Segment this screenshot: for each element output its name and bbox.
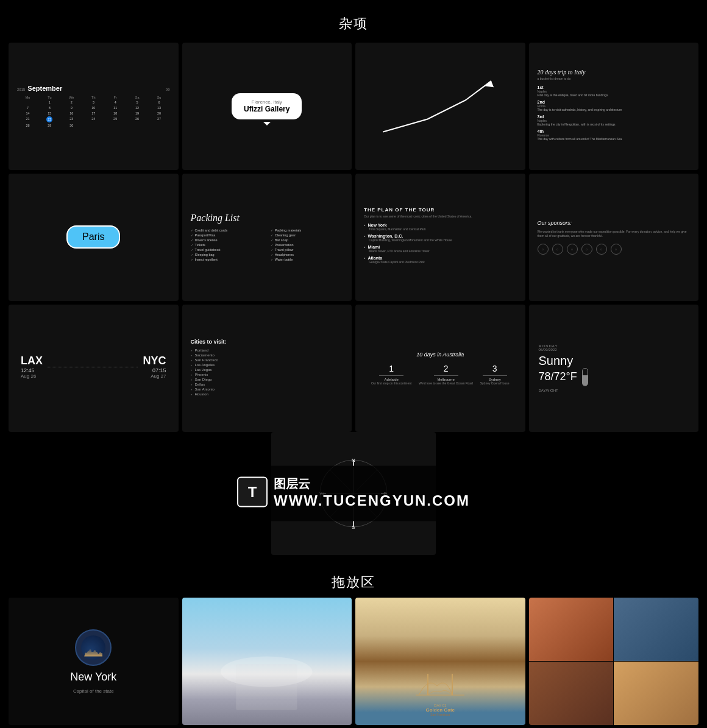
italy-title: 20 days trip to Italy	[538, 69, 586, 76]
packing-title: Packing List	[191, 213, 240, 224]
compass-card: N S E W T 图层云 WWW.TUCENGYUN.COM	[271, 432, 436, 556]
city-item: Sacramento	[191, 353, 218, 357]
paris-card: Paris	[9, 174, 179, 301]
weather-temp: 78/72°F	[539, 370, 577, 383]
snow-photo-card	[182, 598, 352, 725]
dropzone-section-title: 拖放区	[0, 561, 707, 598]
cities-list: Portland Sacramento San Francisco Los An…	[191, 348, 218, 397]
golden-gate-title: Golden Gate	[416, 707, 464, 713]
city-item: San Antonio	[191, 387, 218, 391]
italy-trip-card: 20 days trip to Italy a bucket-list drea…	[529, 43, 699, 170]
australia-card: 10 days in Australia 1 Adelaide Our firs…	[355, 305, 525, 432]
sponsor-logo-3: ○	[567, 244, 578, 255]
italy-stop-3: 3rd Naples Exploring the city in Neapoli…	[538, 115, 616, 126]
misc-grid: 2015 September 09 Mo Tu We Th Fr Sa Su 1…	[0, 43, 707, 438]
sponsor-logo-6: ○	[611, 244, 622, 255]
watermark-logo: T 图层云 WWW.TUCENGYUN.COM	[237, 475, 470, 509]
watermark-url: WWW.TUCENGYUN.COM	[274, 492, 470, 509]
golden-gate-card: DAY 01 Golden Gate San Francisco	[355, 598, 525, 725]
packing-list-card: Packing List Credit and debit cards Pack…	[182, 174, 352, 301]
sponsor-logo-1: ○	[538, 244, 549, 255]
thermometer-icon	[582, 368, 588, 386]
calendar-year: 2015	[17, 88, 25, 91]
golden-gate-svg	[416, 671, 464, 701]
tour-plan-card: THE PLAN OF THE TOUR Our plan is to see …	[355, 174, 525, 301]
sponsor-logo-5: ○	[596, 244, 607, 255]
newyork-cityline	[84, 648, 102, 657]
city-item: Phoenix	[191, 373, 218, 376]
flight-origin-code: LAX 12:45 Aug 26	[21, 355, 43, 379]
dropzone-grid: New York Capital of the state DAY 01 Gol…	[0, 598, 707, 728]
cities-title: Cities to visit:	[191, 339, 227, 345]
city-item: San Diego	[191, 378, 218, 381]
sponsors-logos: ○ ○ ○ ○ ○ ○	[538, 244, 622, 255]
city-item: Dallas	[191, 383, 218, 386]
misc-section-title: 杂项	[0, 0, 707, 43]
australia-days: 1 Adelaide Our first stop on this contin…	[364, 364, 517, 385]
weather-daynight: DAY/NIGHT	[539, 389, 558, 392]
australia-day-2: 2 Melbourne We'd love to see the Great O…	[419, 364, 472, 385]
calendar-grid: Mo Tu We Th Fr Sa Su 1 2 3 4 5 6 7 8 9 1…	[17, 96, 170, 128]
tour-stop-miami: Miami Miami Tower, FTX Arena and Fontain…	[364, 245, 430, 253]
newyork-circle	[75, 629, 112, 666]
golden-gate-subtitle: San Francisco	[416, 713, 464, 716]
city-item: Portland	[191, 348, 218, 352]
australia-day-3: 3 Sydney Sydney Opera House	[480, 364, 510, 385]
italy-stop-2: 2nd Roma The day is to visit cathedrals,…	[538, 100, 622, 111]
calendar-card: 2015 September 09 Mo Tu We Th Fr Sa Su 1…	[9, 43, 179, 170]
tour-stop-ny: New York Time Square, Manhattan and Cent…	[364, 223, 426, 231]
city-item: San Francisco	[191, 358, 218, 362]
australia-title: 10 days in Australia	[416, 352, 464, 358]
flight-dest-code: NYC 07:15 Aug 27	[143, 355, 166, 379]
flight-route-line	[48, 367, 138, 367]
snow-scene-svg	[190, 649, 343, 725]
weather-card: MONDAY 05/09/2022 Sunny 78/72°F DAY/NIGH…	[529, 305, 699, 432]
photo-collage-card	[529, 598, 699, 725]
flight-card: LAX 12:45 Aug 26 NYC 07:15 Aug 27	[9, 305, 179, 432]
compass-watermark-zone: N S E W T 图层云 WWW.TUCENGYUN.COM	[0, 432, 707, 562]
tour-stop-atlanta: Atlanta Georgia State Capitol and Piedmo…	[364, 256, 425, 264]
packing-columns: Credit and debit cards Packing materials…	[191, 228, 344, 261]
city-item: Los Angeles	[191, 363, 218, 367]
collage-cell-2	[614, 598, 698, 661]
arrow-graph-card	[355, 43, 525, 170]
tour-subtitle: Our plan is to see some of the most icon…	[364, 214, 472, 218]
paris-bubble: Paris	[66, 225, 120, 249]
collage-cell-4	[614, 662, 698, 725]
calendar-num: 09	[166, 88, 170, 91]
tour-title: THE PLAN OF THE TOUR	[364, 207, 435, 213]
svg-rect-16	[236, 664, 297, 710]
florence-place: Ufizzi Gallery	[244, 105, 290, 113]
weather-temp-row: 78/72°F	[539, 368, 588, 386]
sponsor-logo-2: ○	[552, 244, 563, 255]
collage-cell-1	[529, 598, 614, 661]
arrow-graph-svg	[372, 68, 508, 144]
city-item: Houston	[191, 392, 218, 396]
tour-stop-dc: Washington, D.C. Capitol Building, Washi…	[364, 234, 452, 242]
newyork-card: New York Capital of the state	[9, 598, 179, 725]
australia-day-1: 1 Adelaide Our first stop on this contin…	[371, 364, 411, 385]
newyork-name: New York	[70, 671, 116, 684]
sponsors-text: We wanted to thank everyone who made our…	[538, 230, 691, 239]
florence-card: Florence, Italy Ufizzi Gallery	[182, 43, 352, 170]
collage-cell-3	[529, 662, 614, 725]
florence-bubble: Florence, Italy Ufizzi Gallery	[232, 93, 302, 119]
florence-location: Florence, Italy	[244, 99, 290, 105]
sponsor-logo-4: ○	[581, 244, 592, 255]
watermark-chinese: 图层云	[274, 475, 470, 492]
italy-stop-1: 1st Naples First day at the Antique, bas…	[538, 85, 608, 97]
sponsors-title: Our sponsors:	[538, 220, 572, 226]
weather-condition: Sunny	[539, 354, 574, 368]
italy-stop-4: 4th Florence The day with culture from a…	[538, 129, 622, 141]
cities-card: Cities to visit: Portland Sacramento San…	[182, 305, 352, 432]
city-item: Las Vegas	[191, 368, 218, 372]
watermark-t-icon: T	[237, 477, 268, 507]
flight-route: LAX 12:45 Aug 26 NYC 07:15 Aug 27	[21, 355, 166, 379]
weather-date: 05/09/2022	[539, 348, 557, 352]
newyork-subtitle: Capital of the state	[73, 688, 114, 694]
calendar-month: September	[27, 85, 62, 92]
watermark-overlay: T 图层云 WWW.TUCENGYUN.COM	[213, 465, 494, 521]
italy-subtitle: a bucket-list dream to do	[538, 77, 571, 80]
sponsors-card: Our sponsors: We wanted to thank everyon…	[529, 174, 699, 301]
